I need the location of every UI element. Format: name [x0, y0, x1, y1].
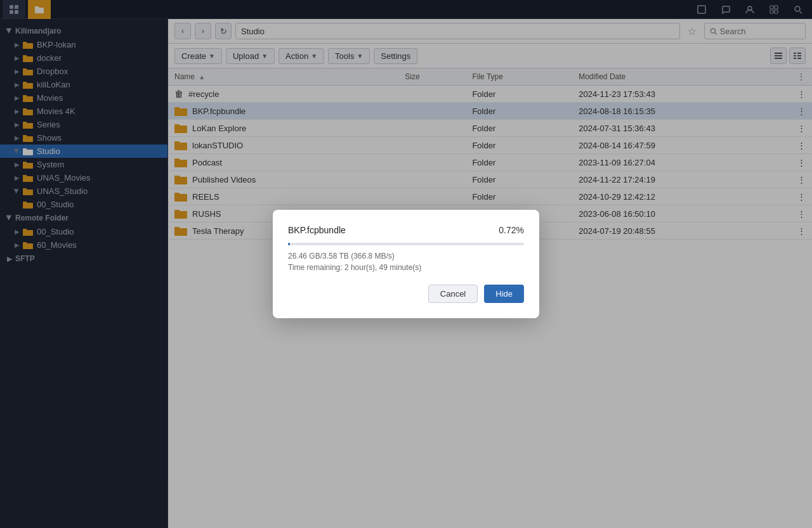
upload-dialog: BKP.fcpbundle 0.72% 26.46 GB/3.58 TB (36…: [273, 210, 539, 318]
progress-bar-fill: [288, 243, 290, 245]
dialog-header: BKP.fcpbundle 0.72%: [288, 225, 524, 235]
hide-button[interactable]: Hide: [484, 285, 524, 303]
dialog-size: 26.46 GB/3.58 TB (366.8 MB/s): [288, 252, 524, 261]
progress-bar-background: [288, 243, 524, 245]
dialog-buttons: Cancel Hide: [288, 285, 524, 303]
cancel-button[interactable]: Cancel: [428, 285, 478, 303]
dialog-time: Time remaining: 2 hour(s), 49 minute(s): [288, 263, 524, 272]
dialog-filename: BKP.fcpbundle: [288, 225, 346, 235]
upload-overlay: BKP.fcpbundle 0.72% 26.46 GB/3.58 TB (36…: [0, 0, 812, 528]
dialog-percent: 0.72%: [499, 225, 524, 235]
